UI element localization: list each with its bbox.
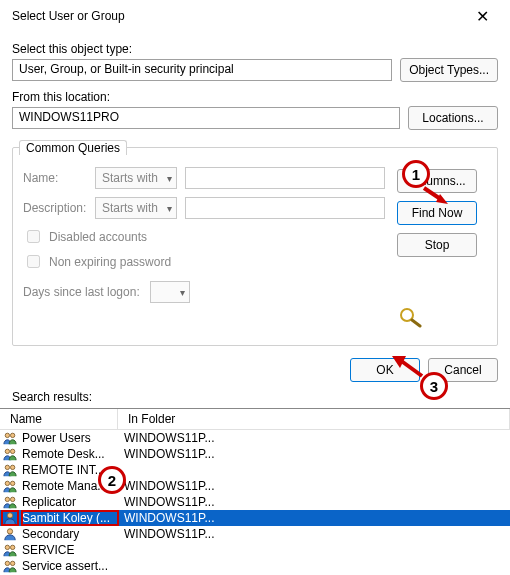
location-field[interactable]: WINDOWS11PRO (12, 107, 400, 129)
row-folder: WINDOWS11P... (118, 479, 508, 493)
svg-point-3 (10, 433, 14, 437)
table-row[interactable]: SecondaryWINDOWS11P... (0, 526, 510, 542)
table-row[interactable]: Remote Desk...WINDOWS11P... (0, 446, 510, 462)
description-filter-input[interactable] (185, 197, 385, 219)
ok-button[interactable]: OK (350, 358, 420, 382)
svg-point-10 (5, 497, 9, 501)
row-folder: WINDOWS11P... (118, 495, 508, 509)
results-body[interactable]: Power UsersWINDOWS11P...Remote Desk...WI… (0, 430, 510, 575)
chevron-down-icon: ▾ (180, 287, 185, 298)
user-icon (2, 527, 18, 541)
cancel-button[interactable]: Cancel (428, 358, 498, 382)
svg-point-6 (5, 465, 9, 469)
stop-button[interactable]: Stop (397, 233, 477, 257)
group-icon (2, 479, 18, 493)
object-type-field[interactable]: User, Group, or Built-in security princi… (12, 59, 392, 81)
row-name: REMOTE INT... (22, 463, 118, 477)
object-type-label: Select this object type: (12, 42, 498, 56)
svg-point-17 (10, 561, 14, 565)
row-folder: WINDOWS11P... (118, 511, 508, 525)
non-expiring-password-checkbox[interactable]: Non expiring password (23, 252, 385, 271)
search-results-table: Name In Folder Power UsersWINDOWS11P...R… (0, 408, 510, 575)
days-since-logon-combo[interactable]: ▾ (150, 281, 190, 303)
svg-point-12 (7, 513, 12, 518)
row-folder: WINDOWS11P... (118, 431, 508, 445)
location-label: From this location: (12, 90, 498, 104)
non-expiring-password-input[interactable] (27, 255, 40, 268)
svg-line-1 (412, 320, 420, 326)
group-icon (2, 431, 18, 445)
disabled-accounts-checkbox[interactable]: Disabled accounts (23, 227, 385, 246)
description-filter-label: Description: (23, 201, 87, 215)
table-row[interactable]: ReplicatorWINDOWS11P... (0, 494, 510, 510)
columns-button[interactable]: Columns... (397, 169, 477, 193)
close-icon[interactable]: ✕ (464, 2, 500, 30)
svg-point-7 (10, 465, 14, 469)
table-row[interactable]: Remote Mana...WINDOWS11P... (0, 478, 510, 494)
row-folder: WINDOWS11P... (118, 527, 508, 541)
name-filter-input[interactable] (185, 167, 385, 189)
row-name: Remote Mana... (22, 479, 118, 493)
find-now-button[interactable]: Find Now (397, 201, 477, 225)
group-icon (2, 447, 18, 461)
locations-button[interactable]: Locations... (408, 106, 498, 130)
common-queries-legend: Common Queries (19, 140, 127, 155)
column-header-name[interactable]: Name (0, 409, 118, 429)
row-name: Sambit Koley (... (22, 511, 118, 525)
object-types-button[interactable]: Object Types... (400, 58, 498, 82)
search-icon (397, 305, 425, 329)
table-row[interactable]: REMOTE INT... (0, 462, 510, 478)
svg-point-14 (5, 545, 9, 549)
chevron-down-icon: ▾ (167, 173, 172, 184)
row-name: SERVICE (22, 543, 118, 557)
name-mode-combo[interactable]: Starts with▾ (95, 167, 177, 189)
user-icon (2, 511, 18, 525)
name-filter-label: Name: (23, 171, 87, 185)
table-row[interactable]: Service assert... (0, 558, 510, 574)
common-queries-group: Common Queries Name: Starts with▾ Descri… (12, 140, 498, 346)
table-row[interactable]: Sambit Koley (...WINDOWS11P... (0, 510, 510, 526)
group-icon (2, 463, 18, 477)
chevron-down-icon: ▾ (167, 203, 172, 214)
column-header-folder[interactable]: In Folder (118, 409, 510, 429)
svg-point-11 (10, 497, 14, 501)
row-name: Secondary (22, 527, 118, 541)
group-icon (2, 495, 18, 509)
row-name: Remote Desk... (22, 447, 118, 461)
group-icon (2, 543, 18, 557)
table-row[interactable]: Power UsersWINDOWS11P... (0, 430, 510, 446)
window-title: Select User or Group (12, 9, 125, 23)
svg-point-4 (5, 449, 9, 453)
svg-point-5 (10, 449, 14, 453)
days-since-logon-label: Days since last logon: (23, 285, 140, 299)
svg-point-8 (5, 481, 9, 485)
row-folder: WINDOWS11P... (118, 447, 508, 461)
row-name: Replicator (22, 495, 118, 509)
search-results-label: Search results: (0, 388, 510, 408)
svg-point-16 (5, 561, 9, 565)
svg-point-15 (10, 545, 14, 549)
row-name: Power Users (22, 431, 118, 445)
description-mode-combo[interactable]: Starts with▾ (95, 197, 177, 219)
row-name: Service assert... (22, 559, 118, 573)
group-icon (2, 559, 18, 573)
table-row[interactable]: SERVICE (0, 542, 510, 558)
svg-point-13 (7, 529, 12, 534)
svg-point-9 (10, 481, 14, 485)
disabled-accounts-input[interactable] (27, 230, 40, 243)
svg-point-2 (5, 433, 9, 437)
